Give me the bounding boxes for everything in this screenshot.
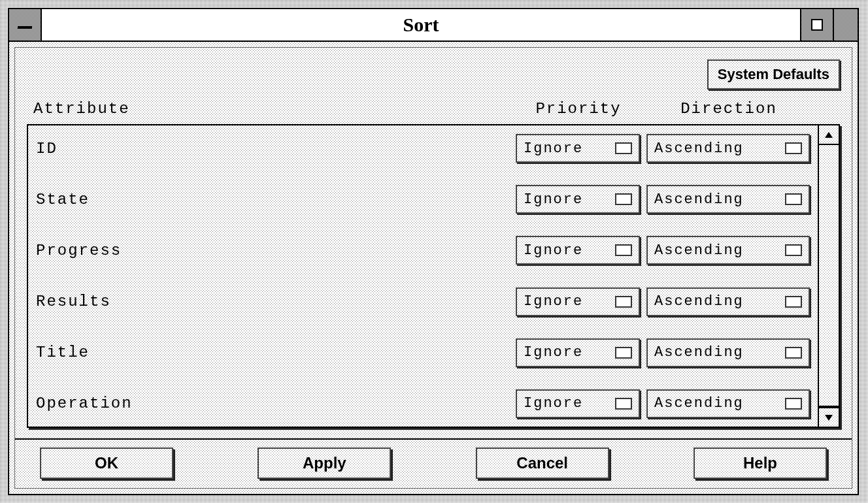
priority-value: Ignore [524, 140, 609, 157]
titlebar-drag-area[interactable]: Sort [42, 9, 800, 41]
direction-option-menu[interactable]: Ascending [646, 287, 810, 316]
direction-option-menu[interactable]: Ascending [646, 389, 810, 418]
attribute-name: Operation [36, 395, 516, 412]
option-menu-icon [785, 244, 802, 256]
priority-option-menu[interactable]: Ignore [516, 134, 640, 163]
priority-option-menu[interactable]: Ignore [516, 287, 640, 316]
header-direction: Direction [680, 100, 777, 118]
scroll-up-button[interactable] [819, 125, 839, 145]
direction-value: Ascending [654, 242, 778, 259]
option-menu-icon [615, 244, 632, 256]
cancel-button[interactable]: Cancel [476, 447, 609, 479]
option-menu-icon [785, 296, 802, 308]
chevron-up-icon [825, 132, 833, 138]
priority-value: Ignore [524, 242, 609, 259]
direction-value: Ascending [654, 395, 778, 412]
maximize-button[interactable] [800, 9, 833, 41]
sort-dialog-window: Sort System Defaults Attribute Priority … [8, 8, 859, 495]
window-menu-button[interactable] [9, 9, 42, 41]
table-row: Results Ignore Ascending [36, 283, 810, 321]
window-menu-icon [18, 26, 32, 29]
option-menu-icon [615, 193, 632, 205]
direction-value: Ascending [654, 293, 778, 310]
option-menu-icon [615, 296, 632, 308]
priority-option-menu[interactable]: Ignore [516, 185, 640, 214]
attribute-list: ID Ignore Ascending [28, 125, 818, 427]
titlebar: Sort [9, 9, 858, 42]
attribute-list-frame: ID Ignore Ascending [27, 124, 840, 428]
option-menu-icon [785, 193, 802, 205]
direction-value: Ascending [654, 140, 778, 157]
window-title: Sort [394, 14, 448, 36]
titlebar-right-spacer [833, 9, 858, 41]
direction-value: Ascending [654, 344, 778, 361]
client-area: System Defaults Attribute Priority Direc… [9, 42, 858, 494]
priority-option-menu[interactable]: Ignore [516, 389, 640, 418]
attribute-name: Title [36, 344, 516, 361]
apply-button[interactable]: Apply [258, 447, 391, 479]
chevron-down-icon [825, 415, 833, 421]
direction-option-menu[interactable]: Ascending [646, 236, 810, 265]
priority-option-menu[interactable]: Ignore [516, 236, 640, 265]
header-attribute: Attribute [33, 100, 130, 118]
system-defaults-row: System Defaults [27, 59, 840, 89]
priority-value: Ignore [524, 395, 609, 412]
scroll-thumb[interactable] [819, 145, 839, 407]
client-inner: System Defaults Attribute Priority Direc… [14, 47, 852, 489]
priority-value: Ignore [524, 191, 609, 208]
option-menu-icon [785, 142, 802, 154]
attribute-name: Progress [36, 242, 516, 259]
maximize-icon [811, 19, 823, 31]
option-menu-icon [615, 347, 632, 359]
desktop: Sort System Defaults Attribute Priority … [0, 0, 868, 503]
scroll-down-button[interactable] [819, 407, 839, 427]
attribute-name: Results [36, 293, 516, 310]
attribute-name: State [36, 191, 516, 208]
option-menu-icon [785, 347, 802, 359]
table-row: Title Ignore Ascending [36, 334, 810, 372]
direction-option-menu[interactable]: Ascending [646, 185, 810, 214]
vertical-scrollbar[interactable] [818, 125, 839, 427]
ok-button[interactable]: OK [40, 447, 173, 479]
priority-option-menu[interactable]: Ignore [516, 338, 640, 367]
option-menu-icon [615, 142, 632, 154]
direction-option-menu[interactable]: Ascending [646, 134, 810, 163]
table-row: Operation Ignore Ascending [36, 385, 810, 423]
table-row: ID Ignore Ascending [36, 129, 810, 167]
direction-value: Ascending [654, 191, 778, 208]
scroll-trough[interactable] [819, 145, 839, 407]
help-button[interactable]: Help [693, 447, 827, 479]
direction-option-menu[interactable]: Ascending [646, 338, 810, 367]
separator [15, 438, 852, 440]
option-menu-icon [615, 398, 632, 410]
system-defaults-button[interactable]: System Defaults [707, 59, 840, 89]
priority-value: Ignore [524, 344, 609, 361]
table-row: State Ignore Ascending [36, 180, 810, 218]
action-button-row: OK Apply Cancel Help [27, 447, 840, 479]
column-headers: Attribute Priority Direction [27, 100, 840, 124]
table-row: Progress Ignore Ascending [36, 231, 810, 269]
header-priority: Priority [535, 100, 621, 118]
option-menu-icon [785, 398, 802, 410]
attribute-name: ID [36, 140, 516, 157]
priority-value: Ignore [524, 293, 609, 310]
